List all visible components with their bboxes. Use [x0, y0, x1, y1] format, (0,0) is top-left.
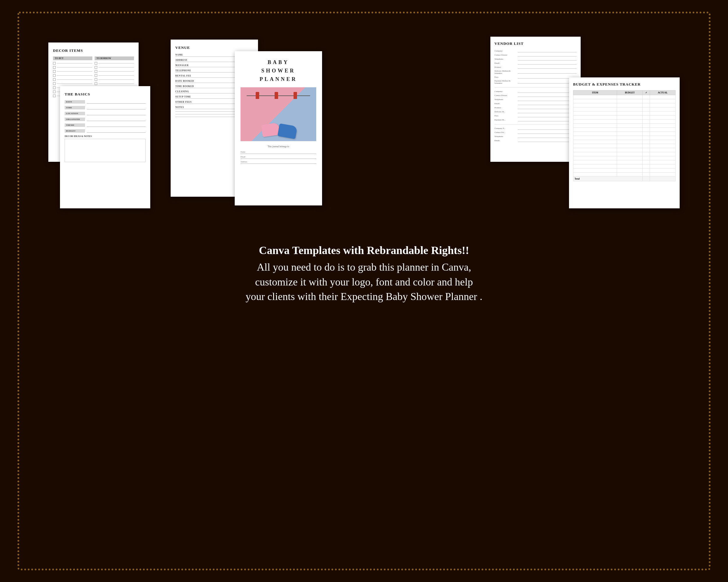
budget-row	[573, 103, 676, 107]
vendor-company2-line	[518, 90, 577, 93]
vendor-product: Product:	[494, 66, 577, 69]
vendor-email3: Email:	[494, 139, 577, 142]
bottom-text-line2: All you need to do is to grab this plann…	[48, 260, 680, 274]
budget-cell	[617, 136, 643, 140]
vendor-fees-label: Fees:	[494, 76, 518, 78]
item-cell	[573, 172, 617, 177]
location-label: LOCATION	[64, 112, 85, 115]
organizer-field: ORGANIZER	[64, 117, 146, 121]
budget-line	[87, 129, 146, 133]
vendor-email2-line	[518, 102, 577, 105]
checkbox	[95, 62, 97, 64]
vendor-contact2-line	[518, 94, 577, 97]
budget-row	[573, 136, 676, 140]
actual-cell	[650, 168, 676, 172]
decor-row	[95, 74, 134, 77]
checkbox	[53, 74, 56, 77]
total-check	[643, 177, 650, 181]
date-field: DATE	[64, 100, 146, 104]
vendor-payment-label: Payment Method & Schedule:	[494, 80, 518, 84]
vendor-payment2: Payment M...	[494, 118, 577, 121]
vendor-divider	[494, 87, 577, 88]
vendor-contact: Contact Person:	[494, 54, 577, 56]
checkbox	[53, 86, 56, 89]
budget-cell	[617, 111, 643, 115]
budget-cell	[617, 103, 643, 107]
check-cell	[643, 168, 650, 172]
check-cell	[643, 164, 650, 168]
outer-container: DECOR ITEMS TO BUY TO BORROW	[18, 11, 710, 570]
cover-image	[240, 87, 316, 141]
budget-row	[573, 119, 676, 124]
item-cell	[573, 103, 617, 107]
vendor-fees2: Fees:	[494, 114, 577, 117]
vendor-product-label: Product:	[494, 66, 518, 68]
decor-row	[95, 66, 134, 69]
vendor-company-label: Company:	[494, 50, 518, 52]
checkbox	[53, 78, 56, 81]
budget-cell	[617, 172, 643, 177]
budget-row	[573, 148, 676, 152]
vendor-email2-label: Email:	[494, 103, 518, 105]
vendor-telephone3-label: Telephone:	[494, 135, 518, 138]
decor-row	[53, 82, 92, 85]
decor-row	[53, 62, 92, 64]
vendor-delivery2: Delivery M...	[494, 110, 577, 113]
checkbox	[53, 66, 56, 69]
budget-cell	[617, 144, 643, 148]
notes-box	[64, 139, 146, 162]
check-cell	[643, 115, 650, 119]
cover-line2: SHOWER	[240, 67, 316, 75]
venue-title: VENUE	[175, 46, 253, 50]
budget-row	[573, 115, 676, 119]
bottom-line1: Canva Templates with Rebrandable Rights!…	[48, 243, 680, 257]
budget-col-item: ITEM	[573, 90, 617, 95]
organizer-label: ORGANIZER	[64, 117, 85, 121]
check-cell	[643, 111, 650, 115]
budget-col-actual: ACTUAL	[650, 90, 676, 95]
bottom-text-line4: your clients with their Expecting Baby S…	[48, 289, 680, 304]
vendor-telephone2-label: Telephone:	[494, 99, 518, 101]
budget-row	[573, 156, 676, 160]
bottom-text-section: Canva Templates with Rebrandable Rights!…	[31, 243, 697, 304]
budget-cell	[617, 107, 643, 111]
organizer-line	[87, 117, 146, 121]
vendor-contact2-label: Contact Person:	[494, 94, 518, 96]
budget-col-budget: BUDGET	[617, 90, 643, 95]
checkbox	[53, 90, 56, 93]
cover-line1: BABY	[240, 58, 316, 67]
actual-cell	[650, 144, 676, 148]
budget-row	[573, 168, 676, 172]
check-cell	[643, 103, 650, 107]
actual-cell	[650, 164, 676, 168]
item-cell	[573, 99, 617, 103]
vendor-payment-line	[518, 81, 577, 84]
item-cell	[573, 132, 617, 136]
vendor-product2: Product:	[494, 106, 577, 109]
budget-row	[573, 140, 676, 144]
budget-page: BUDGET & EXPENSES TRACKER ITEM BUDGET ✓ …	[569, 77, 680, 209]
actual-cell	[650, 111, 676, 115]
budget-cell	[617, 95, 643, 99]
vendor-telephone3: Telephone:	[494, 135, 577, 138]
total-value	[650, 177, 676, 181]
check-cell	[643, 140, 650, 144]
total-label: Total	[573, 177, 643, 181]
checkbox	[95, 74, 97, 77]
vendor-email-line	[518, 62, 577, 64]
item-cell	[573, 136, 617, 140]
budget-cell	[617, 140, 643, 144]
vendor-company: Company:	[494, 50, 577, 52]
item-cell	[573, 95, 617, 99]
check-cell	[643, 148, 650, 152]
bottom-text-line1: Canva Templates with Rebrandable Rights!…	[259, 244, 469, 256]
budget-cell	[617, 128, 643, 132]
vendor-contact3-line	[518, 131, 577, 134]
vendor-payment: Payment Method & Schedule:	[494, 80, 577, 84]
budget-cell	[617, 148, 643, 152]
check-cell	[643, 152, 650, 156]
budget-cell	[617, 119, 643, 124]
budget-cell	[617, 115, 643, 119]
item-cell	[573, 144, 617, 148]
check-cell	[643, 132, 650, 136]
